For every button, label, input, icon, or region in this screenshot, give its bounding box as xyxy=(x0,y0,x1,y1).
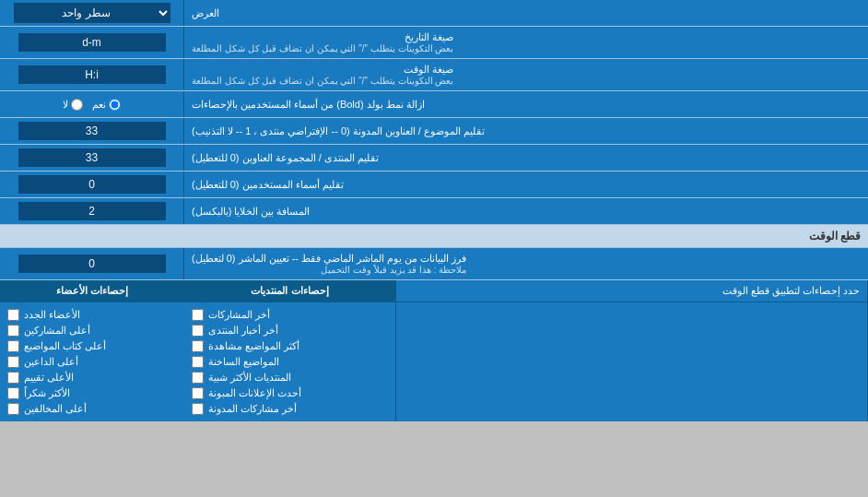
bold-radio-yes-label: نعم xyxy=(92,99,121,111)
cell-spacing-input-cell xyxy=(0,198,184,224)
checkbox-item-top-callers: أعلى الداعين xyxy=(7,354,177,370)
forum-trim-input[interactable] xyxy=(18,148,166,167)
time-format-sublabel: بعض التكوينات يتطلب "/" التي يمكن ان تضا… xyxy=(192,76,453,86)
checkbox-item-top-violators: أعلى المخالفين xyxy=(7,401,177,417)
bold-radio-no[interactable] xyxy=(71,99,83,111)
bold-no-text: لا xyxy=(63,99,68,111)
cutoff-input[interactable] xyxy=(18,254,166,273)
bold-remove-row: ازالة نمط بولد (Bold) من أسماء المستخدمي… xyxy=(0,91,868,118)
checkbox-latest-announcements[interactable] xyxy=(192,387,204,399)
checkbox-top-topic-writers[interactable] xyxy=(7,340,19,352)
display-select[interactable]: سطر واحد سطرين ثلاثة أسطر xyxy=(14,3,170,23)
checkbox-hot-topics[interactable] xyxy=(192,356,204,368)
display-label: العرض xyxy=(184,0,868,26)
forum-trim-label-text: تقليم المنتدى / المجموعة العناوين (0 للت… xyxy=(192,152,379,164)
display-row: العرض سطر واحد سطرين ثلاثة أسطر xyxy=(0,0,868,27)
checkbox-most-thanked[interactable] xyxy=(7,387,19,399)
forum-trim-row: تقليم المنتدى / المجموعة العناوين (0 للت… xyxy=(0,145,868,172)
checkboxes-content-row: أخر المشاركات أخر أخبار المنتدى أكثر الم… xyxy=(0,302,868,421)
date-format-input[interactable] xyxy=(18,33,166,52)
cutoff-section-title: قطع الوقت xyxy=(809,230,861,243)
topic-trim-input-cell xyxy=(0,118,184,144)
cell-spacing-label-text: المسافة بين الخلايا (بالبكسل) xyxy=(192,206,311,218)
forum-trim-input-cell xyxy=(0,145,184,171)
checkbox-item-top-rated: الأعلى تقييم xyxy=(7,370,177,385)
posts-checkboxes-col: أخر المشاركات أخر أخبار المنتدى أكثر الم… xyxy=(184,302,396,421)
checkbox-latest-posts[interactable] xyxy=(192,309,204,321)
checkbox-item-latest-announcements: أحدث الإعلانات المبونة xyxy=(192,385,388,401)
topic-trim-label-text: تقليم الموضوع / العناوين المدونة (0 -- ا… xyxy=(192,125,485,137)
checkbox-top-violators[interactable] xyxy=(7,403,19,415)
col-posts-header: إحصاءات المنتديات xyxy=(184,280,396,302)
empty-col xyxy=(396,302,868,421)
display-input-cell: سطر واحد سطرين ثلاثة أسطر xyxy=(0,0,184,26)
bold-remove-input-cell: نعم لا xyxy=(0,91,184,117)
checkboxes-section: حدد إحصاءات لتطبيق قطع الوقت إحصاءات الم… xyxy=(0,280,868,421)
cutoff-note-text: ملاحظة : هذا قد يزيد قبلاً وقت التحميل xyxy=(192,265,466,275)
checkbox-most-viewed[interactable] xyxy=(192,340,204,352)
username-trim-row: تقليم أسماء المستخدمين (0 للتعطيل) xyxy=(0,172,868,198)
username-trim-input-cell xyxy=(0,172,184,197)
checkbox-item-hot-topics: المواضيع الساخنة xyxy=(192,354,388,370)
checkbox-item-forum-news: أخر أخبار المنتدى xyxy=(192,323,388,338)
cutoff-label: فرز البيانات من يوم الماشر الماضي فقط --… xyxy=(184,248,868,279)
time-format-input[interactable] xyxy=(18,65,166,84)
date-format-label-text: صيغة التاريخ xyxy=(405,31,453,42)
cell-spacing-row: المسافة بين الخلايا (بالبكسل) xyxy=(0,198,868,225)
checkbox-item-top-topic-writers: أعلى كتاب المواضيع xyxy=(7,338,177,354)
time-format-label: صيغة الوقت بعض التكوينات يتطلب "/" التي … xyxy=(184,59,868,90)
topic-trim-input[interactable] xyxy=(18,122,166,140)
cell-spacing-input[interactable] xyxy=(18,202,166,220)
col-posts-header-text: إحصاءات المنتديات xyxy=(251,285,328,296)
checkbox-new-members[interactable] xyxy=(7,309,19,321)
date-format-row: صيغة التاريخ بعض التكوينات يتطلب "/" الت… xyxy=(0,27,868,59)
username-trim-label-text: تقليم أسماء المستخدمين (0 للتعطيل) xyxy=(192,179,344,191)
cell-spacing-label: المسافة بين الخلايا (بالبكسل) xyxy=(184,198,868,224)
checkbox-top-posters[interactable] xyxy=(7,325,19,337)
checkbox-item-top-posters: أعلى المشاركين xyxy=(7,323,177,338)
date-format-label: صيغة التاريخ بعض التكوينات يتطلب "/" الت… xyxy=(184,27,868,58)
checkboxes-header-text: حدد إحصاءات لتطبيق قطع الوقت xyxy=(722,285,860,296)
checkbox-top-rated[interactable] xyxy=(7,372,19,384)
checkboxes-header-row: حدد إحصاءات لتطبيق قطع الوقت إحصاءات الم… xyxy=(0,280,868,302)
bold-radio-no-label: لا xyxy=(63,99,83,111)
bold-radio-yes[interactable] xyxy=(109,99,121,111)
checkbox-blog-posts[interactable] xyxy=(192,403,204,415)
cutoff-label-text: فرز البيانات من يوم الماشر الماضي فقط --… xyxy=(192,253,466,264)
checkbox-top-callers[interactable] xyxy=(7,356,19,368)
topic-trim-label: تقليم الموضوع / العناوين المدونة (0 -- ا… xyxy=(184,118,868,144)
members-checkboxes-col: الأعضاء الجدد أعلى المشاركين أعلى كتاب ا… xyxy=(0,302,184,421)
checkbox-item-most-viewed: أكثر المواضيع مشاهدة xyxy=(192,338,388,354)
cutoff-section-header: قطع الوقت xyxy=(0,225,868,248)
time-format-input-cell xyxy=(0,59,184,90)
forum-trim-label: تقليم المنتدى / المجموعة العناوين (0 للت… xyxy=(184,145,868,171)
bold-remove-label: ازالة نمط بولد (Bold) من أسماء المستخدمي… xyxy=(184,91,868,117)
checkbox-item-most-thanked: الأكثر شكراً xyxy=(7,385,177,401)
bold-radio-group: نعم لا xyxy=(55,96,128,113)
bold-remove-label-text: ازالة نمط بولد (Bold) من أسماء المستخدمي… xyxy=(192,99,425,111)
display-label-text: العرض xyxy=(192,7,219,19)
checkbox-popular-forums[interactable] xyxy=(192,372,204,384)
username-trim-input[interactable] xyxy=(18,175,166,194)
checkbox-item-latest-posts: أخر المشاركات xyxy=(192,307,388,323)
cutoff-input-cell xyxy=(0,248,184,279)
date-format-sublabel: بعض التكوينات يتطلب "/" التي يمكن ان تضا… xyxy=(192,43,453,53)
checkbox-item-blog-posts: أخر مشاركات المدونة xyxy=(192,401,388,417)
checkbox-item-new-members: الأعضاء الجدد xyxy=(7,307,177,323)
checkbox-forum-news[interactable] xyxy=(192,325,204,337)
bold-yes-text: نعم xyxy=(92,99,106,111)
col-members-header-text: إحصاءات الأعضاء xyxy=(56,285,128,296)
topic-trim-row: تقليم الموضوع / العناوين المدونة (0 -- ا… xyxy=(0,118,868,145)
checkboxes-main-label: حدد إحصاءات لتطبيق قطع الوقت xyxy=(396,280,868,302)
col-members-header: إحصاءات الأعضاء xyxy=(0,280,184,302)
checkbox-item-popular-forums: المنتديات الأكثر شبية xyxy=(192,370,388,385)
time-format-row: صيغة الوقت بعض التكوينات يتطلب "/" التي … xyxy=(0,59,868,91)
date-format-input-cell xyxy=(0,27,184,58)
cutoff-row: فرز البيانات من يوم الماشر الماضي فقط --… xyxy=(0,248,868,280)
username-trim-label: تقليم أسماء المستخدمين (0 للتعطيل) xyxy=(184,172,868,197)
time-format-label-text: صيغة الوقت xyxy=(404,64,453,75)
